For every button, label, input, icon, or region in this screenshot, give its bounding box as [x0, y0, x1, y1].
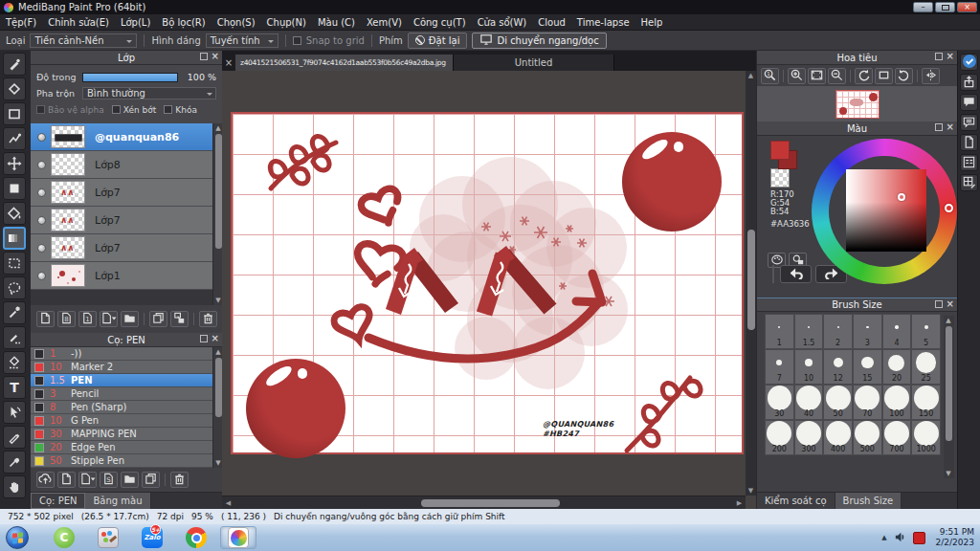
menu-Cloud[interactable]: Cloud: [532, 14, 571, 31]
layer-8bit-icon[interactable]: 8: [57, 311, 76, 327]
brush-size-3[interactable]: 3: [853, 314, 882, 349]
brush-size-70[interactable]: 70: [853, 385, 882, 420]
scroll-up-icon[interactable]: ▲: [746, 72, 756, 79]
alpha-protect-checkbox[interactable]: [36, 105, 45, 114]
brush-row-MAPPING PEN[interactable]: 30 MAPPING PEN: [31, 428, 222, 441]
brush-size-20[interactable]: 20: [882, 349, 912, 385]
navigator-thumbnail[interactable]: [835, 90, 880, 119]
menu-Màu (C)[interactable]: Màu (C): [312, 14, 361, 31]
brush-size-700[interactable]: 700: [882, 420, 912, 455]
tab-palette[interactable]: Bảng màu: [85, 493, 150, 509]
tab-close-icon[interactable]: ×: [222, 57, 235, 68]
taskbar-zalo-icon[interactable]: Zalo 5+: [134, 526, 170, 549]
rotate-reset-icon[interactable]: [875, 68, 893, 84]
layer-visibility-dot[interactable]: [37, 244, 46, 253]
layer-visibility-dot[interactable]: [37, 161, 46, 169]
layer-new-icon[interactable]: [36, 311, 55, 327]
brush-size-scrollbar[interactable]: ▲ ▼: [944, 316, 954, 478]
sv-marker[interactable]: [898, 193, 905, 201]
brush-size-1[interactable]: 1: [765, 314, 794, 349]
menu-Chọn(S)[interactable]: Chọn(S): [212, 14, 261, 31]
cloud-up-icon[interactable]: [36, 472, 55, 488]
tool-pen-icon[interactable]: [3, 426, 26, 449]
chat-lines-icon[interactable]: [960, 114, 978, 131]
brush-row-Pen (Sharp)[interactable]: 8 Pen (Sharp): [31, 401, 222, 414]
tool-move-icon[interactable]: [3, 152, 26, 175]
brush-row--))[interactable]: 1 -)): [31, 347, 222, 361]
tool-lasso-icon[interactable]: [3, 276, 26, 299]
layer-visibility-dot[interactable]: [37, 133, 46, 142]
tool-hand-icon[interactable]: [3, 475, 26, 498]
trash-icon[interactable]: [199, 311, 217, 327]
tool-select-eraser-icon[interactable]: [3, 351, 26, 374]
tool-select-pen-icon[interactable]: [3, 326, 26, 349]
foreground-color-swatch[interactable]: [770, 141, 790, 160]
taskbar-paint-icon[interactable]: [90, 526, 126, 549]
scroll-down-icon[interactable]: ▼: [214, 459, 222, 467]
scroll-down-icon[interactable]: ▼: [214, 297, 222, 304]
tool-square-icon[interactable]: [3, 177, 26, 200]
popout-icon[interactable]: [200, 335, 208, 342]
brush-size-5[interactable]: 5: [911, 314, 941, 349]
layer-visibility-dot[interactable]: [37, 188, 46, 197]
tool-rect-icon[interactable]: [3, 102, 26, 125]
layer-visibility-dot[interactable]: [37, 216, 46, 225]
tool-text-icon[interactable]: T: [3, 376, 26, 399]
close-icon[interactable]: ×: [212, 335, 219, 342]
brush-row-PEN[interactable]: 1.5 PEN: [31, 374, 222, 387]
start-button[interactable]: [6, 526, 29, 549]
scroll-up-icon[interactable]: ▲: [214, 124, 222, 132]
brush-size-4[interactable]: 4: [882, 314, 912, 349]
layer-visibility-dot[interactable]: [37, 272, 46, 280]
folder-icon[interactable]: [121, 472, 139, 488]
tab-brush-control[interactable]: Kiểm soát cọ: [757, 493, 835, 509]
zoom-actual-icon[interactable]: 1: [761, 68, 779, 84]
merge-icon[interactable]: [170, 311, 189, 327]
layer-add-menu-icon[interactable]: [100, 311, 118, 327]
brush-row-Edge Pen[interactable]: 20 Edge Pen: [31, 441, 222, 454]
chat-icon[interactable]: [960, 94, 978, 111]
brush-row-Stipple Pen[interactable]: 50 Stipple Pen: [31, 454, 222, 468]
brush-size-1000[interactable]: 1000: [911, 420, 941, 455]
saturation-value-square[interactable]: [846, 169, 926, 252]
menu-Cửa sổ(W)[interactable]: Cửa sổ(W): [472, 14, 533, 31]
popout-icon[interactable]: [935, 53, 943, 60]
taskbar-medibang-icon[interactable]: [220, 526, 256, 549]
popout-icon[interactable]: [935, 300, 943, 308]
scroll-up-icon[interactable]: ▲: [214, 348, 222, 356]
brush-size-10[interactable]: 10: [794, 349, 824, 385]
brush-size-300[interactable]: 300: [794, 420, 824, 455]
tool-bucket-icon[interactable]: [3, 202, 26, 225]
taskbar-coccoc-icon[interactable]: C: [46, 526, 82, 549]
close-icon[interactable]: ×: [947, 300, 954, 308]
brush-size-2[interactable]: 2: [823, 314, 853, 349]
brush-size-40[interactable]: 40: [794, 385, 824, 420]
transparent-color-swatch[interactable]: [770, 168, 790, 187]
move-mode-button[interactable]: Di chuyển ngang/dọc: [472, 33, 606, 49]
document-tab-untitled[interactable]: Untitled: [454, 55, 614, 71]
blend-select[interactable]: Bình thường: [82, 87, 216, 99]
rotate-left-icon[interactable]: [855, 68, 873, 84]
brush-list-scrollbar[interactable]: ▲ ▼: [212, 347, 222, 468]
canvas-vscrollbar[interactable]: ▲ ▼: [746, 71, 756, 496]
cloud-check-icon[interactable]: [960, 54, 978, 71]
menu-Help[interactable]: Help: [635, 14, 669, 31]
menu-Tệp(F)[interactable]: Tệp(F): [0, 14, 42, 31]
tool-magic-wand-icon[interactable]: [3, 301, 26, 324]
menu-Time-lapse[interactable]: Time-lapse: [571, 14, 635, 31]
tray-expand-icon[interactable]: ▲: [881, 534, 886, 541]
brush-new-menu-icon[interactable]: [78, 472, 97, 488]
brush-size-50[interactable]: 50: [823, 385, 853, 420]
restore-button[interactable]: [935, 2, 955, 12]
tool-gradient-icon[interactable]: [3, 227, 26, 250]
canvas-viewport[interactable]: @QUANQUAN86 #HB247: [222, 71, 746, 496]
popout-icon[interactable]: [935, 123, 943, 131]
menu-Bộ lọc(R)[interactable]: Bộ lọc(R): [156, 14, 211, 31]
undo-button[interactable]: [780, 265, 812, 283]
brush-row-Pencil[interactable]: 3 Pencil: [31, 387, 222, 401]
brush-size-12[interactable]: 12: [823, 349, 853, 385]
opacity-slider[interactable]: [82, 73, 178, 82]
zoom-in-icon[interactable]: [788, 68, 806, 84]
tool-brush-icon[interactable]: [3, 53, 26, 76]
clock[interactable]: 9:51 PM 2/2/2023: [932, 527, 974, 549]
